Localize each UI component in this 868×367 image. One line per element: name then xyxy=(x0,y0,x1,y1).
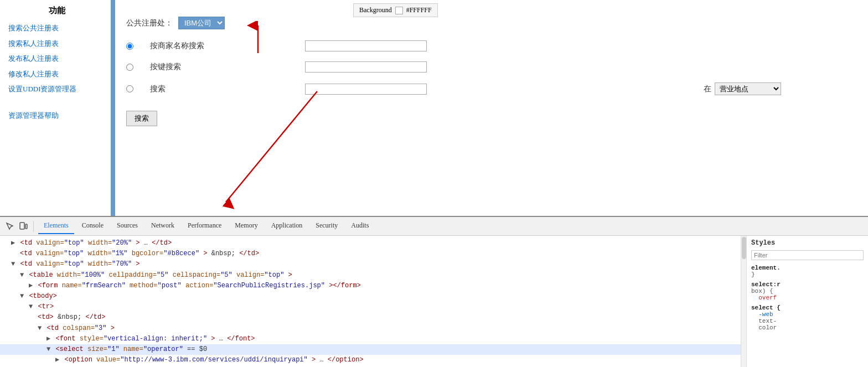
html-line-11: ▶ <option value="http://www-3.ibm.com/se… xyxy=(0,355,741,365)
color-tooltip: Background #FFFFFF xyxy=(353,3,438,17)
html-line-0: ▶ <td valign="top" width="20%" > … </td> xyxy=(0,238,741,249)
html-line-9: ▶ <font style="vertical-align: inherit;"… xyxy=(0,334,741,344)
svg-rect-4 xyxy=(20,223,24,229)
tab-console[interactable]: Console xyxy=(76,218,109,234)
tab-application[interactable]: Application xyxy=(266,218,308,234)
main-area: 功能 搜索公共注册表 搜索私人注册表 发布私人注册表 修改私人注册表 设置UDD… xyxy=(0,0,868,216)
device-icon[interactable] xyxy=(18,221,29,232)
search-button[interactable]: 搜索 xyxy=(126,111,157,126)
search-row-1: 按商家名称搜索 xyxy=(126,40,857,51)
sidebar: 功能 搜索公共注册表 搜索私人注册表 发布私人注册表 修改私人注册表 设置UDD… xyxy=(0,0,111,216)
registry-label: 公共注册处： xyxy=(126,18,173,28)
tab-elements[interactable]: Elements xyxy=(38,218,74,234)
html-line-4: ▶ <form name="frmSearch" method="post" a… xyxy=(0,281,741,291)
svg-rect-5 xyxy=(25,224,27,229)
sidebar-link-2[interactable]: 发布私人注册表 xyxy=(8,53,105,64)
search-row-2: 按键搜索 xyxy=(126,61,857,73)
registry-row: 公共注册处： IBM公司 xyxy=(126,17,857,29)
sidebar-link-4[interactable]: 设置UDDI资源管理器 xyxy=(8,84,105,95)
registry-select[interactable]: IBM公司 xyxy=(178,17,225,29)
style-rule-select1: select:r box) { overf xyxy=(751,281,864,301)
html-line-7: <td> &nbsp; </td> xyxy=(0,312,741,323)
sidebar-link-5[interactable]: 资源管理器帮助 xyxy=(8,110,105,121)
html-panel[interactable]: ▶ <td valign="top" width="20%" > … </td>… xyxy=(0,236,741,367)
style-rule-select2: select { -web text- color xyxy=(751,304,864,331)
tab-memory[interactable]: Memory xyxy=(229,218,263,234)
inspect-icon[interactable] xyxy=(4,221,16,232)
content-area: 公共注册处： IBM公司 按商家名称搜索 xyxy=(115,0,868,216)
devtools-toolbar: Elements Console Sources Network Perform… xyxy=(0,217,868,236)
tab-security[interactable]: Security xyxy=(310,218,343,234)
search-label-3: 搜索 xyxy=(150,84,183,94)
html-line-2: ▼ <td valign="top" width="70%" > xyxy=(0,259,741,270)
html-line-6: ▼ <tr> xyxy=(0,302,741,312)
search-label-2: 按键搜索 xyxy=(150,62,216,72)
styles-panel: Styles element. } select:r box) { overf … xyxy=(746,236,868,367)
html-line-8: ▼ <td colspan="3" > xyxy=(0,323,741,334)
devtools-body: ▶ <td valign="top" width="20%" > … </td>… xyxy=(0,236,868,367)
radio-search[interactable] xyxy=(126,85,133,92)
devtools-scrollbar[interactable] xyxy=(741,236,746,367)
tab-sources[interactable]: Sources xyxy=(111,218,143,234)
toolbar-separator xyxy=(33,221,34,232)
search-form: 按商家名称搜索 按键搜索 搜索 在 营业地点 搜索 xyxy=(126,40,857,126)
search-input-1[interactable] xyxy=(305,40,427,51)
search-input-3[interactable] xyxy=(305,84,427,95)
color-swatch xyxy=(395,7,403,14)
sidebar-link-1[interactable]: 搜索私人注册表 xyxy=(8,38,105,49)
html-line-1: <td valign="top" width="1%" bgcolor="#b8… xyxy=(0,249,741,259)
search-label-1: 按商家名称搜索 xyxy=(150,41,216,51)
sidebar-link-0[interactable]: 搜索公共注册表 xyxy=(8,23,105,34)
devtools-panel: Elements Console Sources Network Perform… xyxy=(0,216,868,367)
search-row-3: 搜索 在 营业地点 xyxy=(126,82,857,95)
radio-key[interactable] xyxy=(126,64,133,71)
blue-divider xyxy=(111,0,115,216)
sidebar-link-3[interactable]: 修改私人注册表 xyxy=(8,69,105,80)
style-rule-element: element. } xyxy=(751,265,864,278)
location-select[interactable]: 营业地点 xyxy=(715,82,781,95)
tab-performance[interactable]: Performance xyxy=(182,218,227,234)
radio-merchant[interactable] xyxy=(126,43,133,50)
tooltip-color: #FFFFFF xyxy=(406,6,432,14)
tab-network[interactable]: Network xyxy=(146,218,180,234)
html-line-10[interactable]: ▼ <select size="1" name="operator" == $0 xyxy=(0,344,741,355)
zai-label: 在 xyxy=(704,84,711,94)
search-input-2[interactable] xyxy=(305,61,427,73)
styles-filter-input[interactable] xyxy=(751,250,864,260)
tab-audits[interactable]: Audits xyxy=(345,218,374,234)
html-line-3: ▼ <table width="100%" cellpadding="5" ce… xyxy=(0,270,741,281)
html-line-5: ▼ <tbody> xyxy=(0,291,741,302)
sidebar-title: 功能 xyxy=(8,6,105,16)
tooltip-label: Background xyxy=(359,6,392,14)
styles-header: Styles xyxy=(751,239,864,247)
